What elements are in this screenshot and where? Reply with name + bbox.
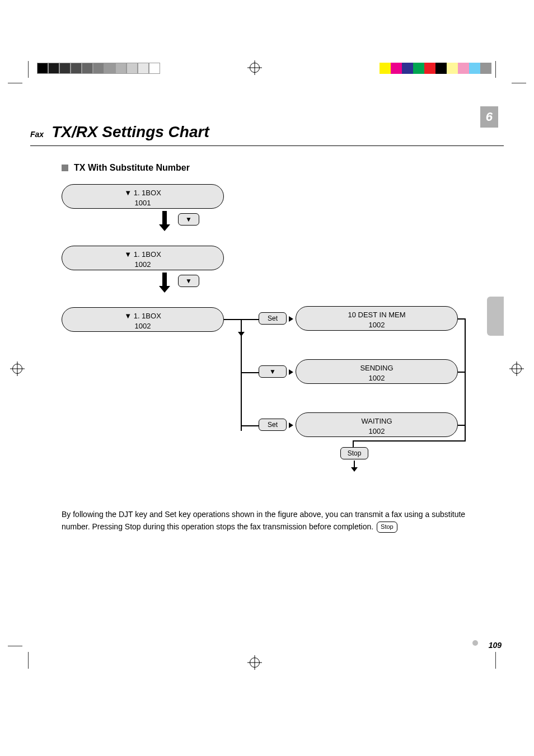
lcd-line: 1002 <box>302 426 452 436</box>
lcd-branch-1: 10 DEST IN MEM 1002 <box>296 306 458 331</box>
arrow-right-icon <box>289 369 293 375</box>
lcd-stage-2: ▼ 1. 1BOX 1002 <box>62 246 224 270</box>
lcd-line: 1002 <box>302 373 452 383</box>
page-number: 109 <box>489 641 502 650</box>
registration-mark-icon <box>512 364 522 374</box>
key-set-b: Set <box>259 419 287 431</box>
paragraph-text: By following the DJT key and Set key ope… <box>62 510 465 531</box>
lcd-stage-3: ▼ 1. 1BOX 1002 <box>62 307 224 332</box>
stop-inline-button: Stop <box>377 522 397 532</box>
lcd-line: 10 DEST IN MEM <box>302 310 452 320</box>
registration-mark-icon <box>250 658 260 668</box>
arrow-right-icon <box>289 422 293 428</box>
flowchart: ▼ 1. 1BOX 1001 ▼ ▼ 1. 1BOX 1002 ▼ ▼ 1. 1… <box>62 184 487 497</box>
lcd-stage-1: ▼ 1. 1BOX 1001 <box>62 184 224 209</box>
registration-mark-icon <box>250 63 260 73</box>
key-down-a: ▼ <box>259 365 287 378</box>
lcd-line: ▼ 1. 1BOX <box>68 188 218 198</box>
chapter-header: Fax TX/RX Settings Chart <box>30 123 504 146</box>
arrow-down-icon <box>162 211 167 226</box>
arrow-down-icon <box>354 461 355 468</box>
lcd-branch-3: WAITING 1002 <box>296 412 458 437</box>
key-down-1: ▼ <box>178 213 199 226</box>
lcd-line: 1001 <box>68 198 218 208</box>
key-down-2: ▼ <box>178 275 199 287</box>
grayscale-swatch-bar <box>37 63 160 74</box>
subsection-row: TX With Substitute Number <box>62 163 504 173</box>
lcd-line: 1002 <box>302 320 452 330</box>
lcd-line: WAITING <box>302 416 452 426</box>
chapter-number-badge: 6 <box>480 106 498 128</box>
lcd-branch-2: SENDING 1002 <box>296 359 458 384</box>
lcd-line: SENDING <box>302 363 452 373</box>
arrow-right-icon <box>289 316 293 322</box>
arrow-down-icon <box>162 273 167 287</box>
chapter-side-label: Fax <box>30 130 44 139</box>
color-swatch-bar <box>380 63 491 74</box>
key-set-a: Set <box>259 312 287 325</box>
square-bullet-icon <box>62 165 68 171</box>
lcd-line: 1002 <box>68 321 218 331</box>
lcd-line: ▼ 1. 1BOX <box>68 311 218 321</box>
registration-mark-icon <box>12 364 22 374</box>
key-stop: Stop <box>340 447 368 459</box>
subsection-title: TX With Substitute Number <box>74 163 190 173</box>
description-paragraph: By following the DJT key and Set key ope… <box>62 509 476 533</box>
lcd-line: 1002 <box>68 260 218 270</box>
page-dot-icon <box>472 640 478 646</box>
arrow-down-icon <box>241 330 242 333</box>
chapter-title: TX/RX Settings Chart <box>51 123 209 141</box>
lcd-line: ▼ 1. 1BOX <box>68 250 218 260</box>
